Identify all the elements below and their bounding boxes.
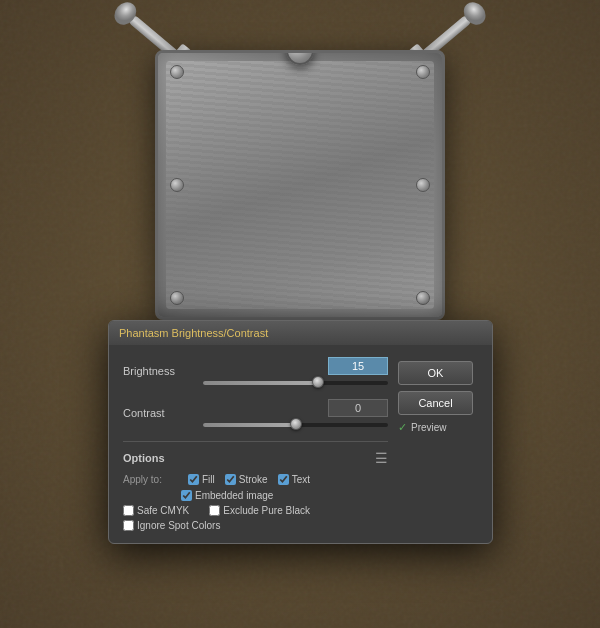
ignore-spot-checkbox[interactable]	[123, 520, 134, 531]
options-menu-icon[interactable]: ☰	[375, 450, 388, 466]
options-title: Options	[123, 452, 165, 464]
rivet-bottom-left	[170, 291, 184, 305]
options-section: Options ☰ Apply to: Fill Stroke	[123, 450, 388, 531]
brightness-track	[203, 381, 388, 385]
contrast-slider-group	[203, 399, 388, 427]
safe-cmyk-checkbox[interactable]	[123, 505, 134, 516]
safe-cmyk-text: Safe CMYK	[137, 505, 189, 516]
contrast-fill	[203, 423, 296, 427]
cancel-button[interactable]: Cancel	[398, 391, 473, 415]
preview-checkmark: ✓	[398, 421, 407, 434]
contrast-thumb[interactable]	[290, 418, 302, 430]
contrast-track	[203, 423, 388, 427]
stroke-label: Stroke	[239, 474, 268, 485]
dialog-right-panel: OK Cancel ✓ Preview	[398, 357, 478, 531]
embedded-row: Embedded image	[123, 490, 388, 501]
ignore-spot-label[interactable]: Ignore Spot Colors	[123, 520, 388, 531]
brightness-slider-group	[203, 357, 388, 385]
brightness-row: Brightness	[123, 357, 388, 385]
brightness-thumb[interactable]	[312, 376, 324, 388]
rivet-mid-left	[170, 178, 184, 192]
apply-to-row: Apply to: Fill Stroke Text	[123, 474, 388, 485]
text-checkbox-label[interactable]: Text	[278, 474, 310, 485]
shield	[155, 50, 445, 320]
contrast-row: Contrast	[123, 399, 388, 427]
exclude-black-label[interactable]: Exclude Pure Black	[209, 505, 310, 516]
dialog-brightness-contrast: Phantasm Brightness/Contrast Brightness …	[108, 320, 493, 544]
text-checkbox[interactable]	[278, 474, 289, 485]
brightness-fill	[203, 381, 318, 385]
contrast-input[interactable]	[328, 399, 388, 417]
embedded-label: Embedded image	[195, 490, 273, 501]
fill-checkbox-label[interactable]: Fill	[188, 474, 215, 485]
dialog-title: Phantasm Brightness/Contrast	[119, 327, 268, 339]
ok-button[interactable]: OK	[398, 361, 473, 385]
brightness-input[interactable]	[328, 357, 388, 375]
preview-text: Preview	[411, 422, 447, 433]
stroke-checkbox-label[interactable]: Stroke	[225, 474, 268, 485]
exclude-black-checkbox[interactable]	[209, 505, 220, 516]
rivet-top-left	[170, 65, 184, 79]
dialog-left-panel: Brightness Contrast	[123, 357, 388, 531]
embedded-checkbox[interactable]	[181, 490, 192, 501]
shield-wood-texture	[166, 61, 434, 309]
preview-label[interactable]: Preview	[411, 422, 447, 433]
options-header: Options ☰	[123, 450, 388, 466]
dialog-titlebar: Phantasm Brightness/Contrast	[109, 321, 492, 345]
apply-to-label: Apply to:	[123, 474, 178, 485]
text-label: Text	[292, 474, 310, 485]
ignore-spot-text: Ignore Spot Colors	[137, 520, 220, 531]
safe-cmyk-label[interactable]: Safe CMYK	[123, 505, 189, 516]
rivet-top-right	[416, 65, 430, 79]
options-divider	[123, 441, 388, 442]
embedded-checkbox-label[interactable]: Embedded image	[181, 490, 273, 501]
ignore-spot-row: Ignore Spot Colors	[123, 520, 388, 531]
cmyk-row: Safe CMYK Exclude Pure Black	[123, 505, 388, 516]
preview-row: ✓ Preview	[398, 421, 478, 434]
fill-label: Fill	[202, 474, 215, 485]
contrast-label: Contrast	[123, 407, 203, 419]
rivet-bottom-right	[416, 291, 430, 305]
rivet-mid-right	[416, 178, 430, 192]
stroke-checkbox[interactable]	[225, 474, 236, 485]
brightness-label: Brightness	[123, 365, 203, 377]
exclude-black-text: Exclude Pure Black	[223, 505, 310, 516]
dialog-content: Brightness Contrast	[109, 345, 492, 543]
fill-checkbox[interactable]	[188, 474, 199, 485]
